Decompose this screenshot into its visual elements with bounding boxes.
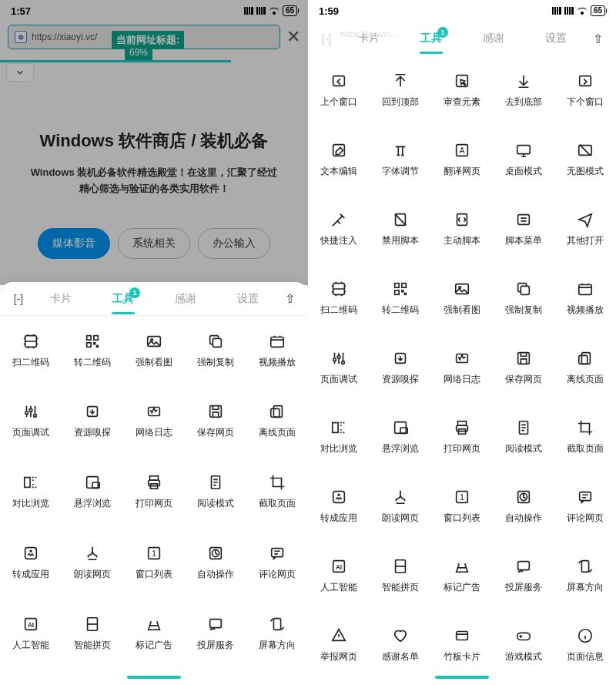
tool-item[interactable]: 自动操作 <box>493 472 554 541</box>
tool-item[interactable]: 页面信息 <box>554 610 616 670</box>
tool-label: 转成应用 <box>12 568 49 581</box>
tool-item[interactable]: 朗读网页 <box>62 528 123 597</box>
tool-item[interactable]: 截取页面 <box>246 458 308 527</box>
tool-item[interactable]: 审查元素 <box>431 55 493 125</box>
tab-tools[interactable]: 工具 1 <box>95 284 151 314</box>
tool-item[interactable]: 下个窗口 <box>554 55 616 125</box>
tab-thanks[interactable]: 感谢 <box>157 284 213 314</box>
tool-item[interactable]: 网络日志 <box>123 387 185 456</box>
tab-settings[interactable]: 设置 <box>219 284 276 314</box>
tool-item[interactable]: 扫二维码 <box>308 264 370 333</box>
tool-item[interactable]: 智能拼页 <box>370 541 431 610</box>
tool-item[interactable]: 字体调节 <box>370 125 431 194</box>
tool-item[interactable]: 网络日志 <box>431 333 493 402</box>
tool-item[interactable]: 其他打开 <box>554 194 616 264</box>
tool-item[interactable]: 强制看图 <box>123 316 185 385</box>
tool-item[interactable]: 翻译网页 <box>431 125 493 194</box>
tool-item[interactable]: 文本编辑 <box>308 125 370 194</box>
speak-icon <box>392 489 409 505</box>
tool-item[interactable]: 标记广告 <box>431 541 493 610</box>
tool-item[interactable]: 禁用脚本 <box>370 194 431 264</box>
tool-label: 悬浮浏览 <box>74 497 111 510</box>
chevron-down-icon[interactable] <box>6 63 34 82</box>
tool-item[interactable]: 离线页面 <box>554 333 616 402</box>
tool-item[interactable]: 评论网页 <box>246 528 308 597</box>
tool-item[interactable]: 上个窗口 <box>308 55 370 125</box>
tool-item[interactable]: 转成应用 <box>0 528 62 597</box>
tool-item[interactable]: 视频播放 <box>554 264 616 333</box>
tool-item[interactable]: 转二维码 <box>62 316 123 385</box>
tool-item[interactable]: 回到顶部 <box>370 55 431 125</box>
drag-handle[interactable] <box>0 670 308 685</box>
tool-item[interactable]: 窗口列表 <box>431 472 493 541</box>
tool-item[interactable]: 游戏模式 <box>493 610 554 670</box>
tool-item[interactable]: 扫二维码 <box>0 316 62 385</box>
tool-item[interactable]: 保存网页 <box>185 387 246 456</box>
pill-media[interactable]: 媒体影音 <box>38 228 110 259</box>
tool-item[interactable]: 阅读模式 <box>493 402 554 472</box>
tool-item[interactable]: 去到底部 <box>493 55 554 125</box>
tab-tools[interactable]: 工具 1 <box>403 24 459 53</box>
tool-item[interactable]: 标记广告 <box>123 599 185 668</box>
tool-item[interactable]: 强制复制 <box>185 316 246 385</box>
collapse-icon[interactable]: [-] <box>319 32 334 45</box>
tool-item[interactable]: 屏幕方向 <box>554 541 616 610</box>
tool-item[interactable]: 转二维码 <box>370 264 431 333</box>
close-icon[interactable]: ✕ <box>286 27 300 47</box>
expand-up-icon[interactable]: ⇧ <box>282 291 297 306</box>
tool-item[interactable]: 打印网页 <box>123 458 185 527</box>
tab-card[interactable]: 卡片 <box>32 284 89 314</box>
tab-thanks[interactable]: 感谢 <box>465 24 521 53</box>
tool-item[interactable]: 打印网页 <box>431 402 493 472</box>
drag-handle[interactable] <box>308 670 616 685</box>
offline-icon <box>269 403 286 420</box>
tool-item[interactable]: 资源嗅探 <box>62 387 123 456</box>
tool-label: 资源嗅探 <box>382 373 419 386</box>
tool-item[interactable]: 保存网页 <box>493 333 554 402</box>
tool-item[interactable]: 资源嗅探 <box>370 333 431 402</box>
tool-label: 对比浏览 <box>320 442 357 455</box>
tool-item[interactable]: 投屏服务 <box>185 599 246 668</box>
tab-settings[interactable]: 设置 <box>527 24 584 53</box>
tool-item[interactable]: 桌面模式 <box>493 125 554 194</box>
tool-item[interactable]: 屏幕方向 <box>246 599 308 668</box>
next-icon <box>577 72 594 89</box>
tool-item[interactable]: 视频播放 <box>246 316 308 385</box>
tool-item[interactable]: 智能拼页 <box>62 599 123 668</box>
tool-item[interactable]: 感谢名单 <box>370 610 431 670</box>
tool-item[interactable]: 对比浏览 <box>0 458 62 527</box>
tool-item[interactable]: 阅读模式 <box>185 458 246 527</box>
pill-system[interactable]: 系统相关 <box>118 228 190 259</box>
pill-office[interactable]: 办公输入 <box>198 228 270 259</box>
expand-up-icon[interactable]: ⇧ <box>590 32 605 46</box>
tool-item[interactable]: 自动操作 <box>185 528 246 597</box>
tool-item[interactable]: 转成应用 <box>308 472 370 541</box>
tool-item[interactable]: 离线页面 <box>246 387 308 456</box>
tool-item[interactable]: 人工智能 <box>0 599 62 668</box>
tool-item[interactable]: 投屏服务 <box>493 541 554 610</box>
tool-item[interactable]: 主动脚本 <box>431 194 493 264</box>
tool-item[interactable]: 脚本菜单 <box>493 194 554 264</box>
tool-item[interactable]: 悬浮浏览 <box>370 402 431 472</box>
tool-item[interactable]: 朗读网页 <box>370 472 431 541</box>
tool-item[interactable]: 悬浮浏览 <box>62 458 123 527</box>
tool-item[interactable]: 页面调试 <box>0 387 62 456</box>
sliders-icon <box>22 403 39 420</box>
desktop-icon <box>515 142 532 159</box>
tool-item[interactable]: 无图模式 <box>554 125 616 194</box>
tool-item[interactable]: 对比浏览 <box>308 402 370 472</box>
tool-item[interactable]: 竹板卡片 <box>431 610 493 670</box>
tool-item[interactable]: 强制复制 <box>493 264 554 333</box>
tool-item[interactable]: 窗口列表 <box>123 528 185 597</box>
tool-label: 智能拼页 <box>74 639 111 652</box>
tool-label: 竹板卡片 <box>444 650 480 663</box>
tool-item[interactable]: 强制看图 <box>431 264 493 333</box>
tool-item[interactable]: 评论网页 <box>554 472 616 541</box>
tool-item[interactable]: 举报网页 <box>308 610 370 670</box>
tool-item[interactable]: 人工智能 <box>308 541 370 610</box>
tab-card[interactable]: 卡片 <box>340 24 397 53</box>
collapse-icon[interactable]: [-] <box>11 293 26 305</box>
tool-item[interactable]: 快捷注入 <box>308 194 370 264</box>
tool-item[interactable]: 截取页面 <box>554 402 616 472</box>
tool-item[interactable]: 页面调试 <box>308 333 370 402</box>
